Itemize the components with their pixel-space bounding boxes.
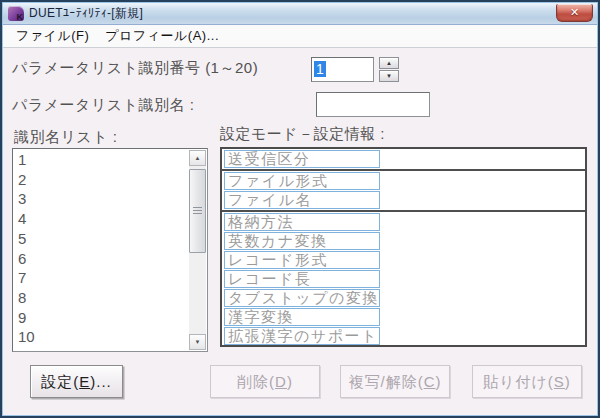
param-name-label: パラメータリスト識別名 :	[12, 96, 194, 115]
configure-button[interactable]: 設定(E)...	[30, 365, 123, 398]
title-bar: DUETﾕｰﾃｨﾘﾃｨ-[新規] ✕	[3, 3, 597, 25]
id-listbox: 1 2 3 4 5 6 7 8 9 10 ▲ ▼	[12, 148, 208, 352]
settings-row[interactable]: 送受信区分	[224, 150, 380, 168]
settings-row[interactable]: 格納方法	[224, 213, 380, 231]
menu-bar: ファイル(F) プロフィール(A)...	[3, 25, 597, 48]
settings-panel: 送受信区分 ファイル形式 ファイル名 格納方法 英数カナ変換 レコード形式 レコ…	[220, 147, 587, 347]
vertical-scrollbar[interactable]: ▲ ▼	[189, 150, 206, 350]
param-number-label: パラメータリスト識別番号 (1～20)	[12, 59, 258, 78]
list-item[interactable]: 6	[14, 249, 189, 269]
list-item[interactable]: 10	[14, 327, 189, 347]
settings-row[interactable]: 英数カナ変換	[224, 232, 380, 250]
scroll-down-icon[interactable]: ▼	[189, 334, 206, 350]
copy-release-button[interactable]: 複写/解除(C)	[340, 365, 450, 398]
settings-row[interactable]: ファイル名	[224, 191, 380, 209]
param-name-input[interactable]	[316, 92, 430, 117]
settings-label: 設定モード－設定情報 :	[220, 125, 385, 144]
list-item[interactable]: 9	[14, 308, 189, 328]
list-item[interactable]: 8	[14, 288, 189, 308]
param-number-input[interactable]: 1	[311, 57, 374, 82]
list-item[interactable]: 7	[14, 268, 189, 288]
group-separator	[222, 210, 587, 212]
list-item[interactable]: 2	[14, 170, 189, 190]
id-list-label: 識別名リスト :	[14, 128, 117, 147]
list-item[interactable]: 5	[14, 229, 189, 249]
list-item[interactable]: 1	[14, 150, 189, 170]
close-icon[interactable]: ✕	[556, 4, 593, 22]
settings-row[interactable]: レコード長	[224, 270, 380, 288]
menu-profile[interactable]: プロフィール(A)...	[97, 25, 227, 47]
param-number-value: 1	[314, 61, 326, 77]
param-number-spinner: ▲ ▼	[379, 57, 399, 82]
app-icon	[8, 6, 24, 21]
list-item[interactable]: 4	[14, 209, 189, 229]
window-title: DUETﾕｰﾃｨﾘﾃｨ-[新規]	[29, 5, 143, 22]
group-separator	[222, 169, 587, 171]
menu-file[interactable]: ファイル(F)	[8, 25, 97, 47]
settings-row[interactable]: タブストップの変換	[224, 289, 380, 307]
settings-row[interactable]: 漢字変換	[224, 308, 380, 326]
spinner-up-icon[interactable]: ▲	[379, 57, 399, 69]
delete-button[interactable]: 削除(D)	[210, 365, 320, 398]
app-window: DUETﾕｰﾃｨﾘﾃｨ-[新規] ✕ ファイル(F) プロフィール(A)... …	[0, 0, 600, 418]
list-item[interactable]: 3	[14, 189, 189, 209]
spinner-down-icon[interactable]: ▼	[379, 70, 399, 82]
scroll-up-icon[interactable]: ▲	[189, 150, 206, 166]
scrollbar-thumb[interactable]	[189, 169, 206, 253]
settings-row[interactable]: 拡張漢字のサポート	[224, 327, 380, 345]
settings-row[interactable]: ファイル形式	[224, 172, 380, 190]
id-list-items: 1 2 3 4 5 6 7 8 9 10	[14, 150, 189, 350]
paste-button[interactable]: 貼り付け(S)	[472, 365, 582, 398]
settings-row[interactable]: レコード形式	[224, 251, 380, 269]
